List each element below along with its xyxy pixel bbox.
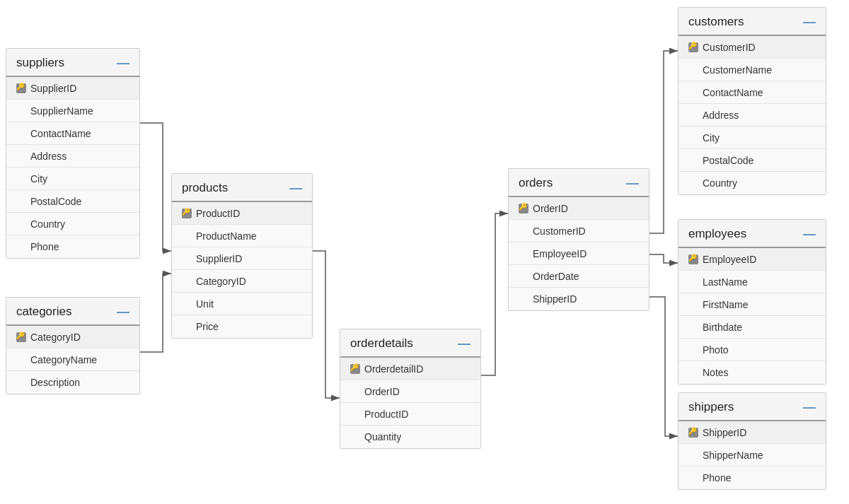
field-name-shippers-shippername: ShipperName (703, 450, 763, 461)
field-customers-customerid: CustomerID (678, 36, 826, 59)
field-employees-firstname: FirstName (678, 293, 826, 316)
field-shippers-shipperid: ShipperID (678, 421, 826, 444)
field-name-employees-birthdate: Birthdate (703, 322, 742, 333)
field-employees-birthdate: Birthdate (678, 316, 826, 339)
table-products: products—ProductIDProductNameSupplierIDC… (171, 173, 313, 339)
field-name-employees-notes: Notes (703, 367, 729, 378)
pk-icon (519, 204, 529, 213)
table-collapse-customers[interactable]: — (803, 16, 816, 28)
field-employees-lastname: LastName (678, 271, 826, 293)
field-orders-shipperid: ShipperID (509, 288, 649, 310)
field-products-supplierid: SupplierID (172, 247, 312, 270)
field-suppliers-address: Address (6, 145, 139, 168)
conn-orders-customers (649, 51, 678, 233)
table-collapse-products[interactable]: — (289, 182, 302, 194)
field-orders-customerid: CustomerID (509, 220, 649, 242)
table-collapse-suppliers[interactable]: — (117, 57, 129, 69)
field-employees-notes: Notes (678, 361, 826, 384)
field-name-categories-description: Description (30, 377, 80, 388)
conn-orders-shippers (649, 297, 678, 436)
field-name-employees-firstname: FirstName (703, 299, 749, 310)
table-collapse-orderdetails[interactable]: — (458, 337, 470, 350)
table-title-orderdetails: orderdetails (350, 336, 413, 351)
field-name-suppliers-phone: Phone (30, 241, 59, 252)
table-collapse-categories[interactable]: — (117, 305, 129, 318)
table-header-suppliers: suppliers— (6, 49, 139, 77)
field-name-employees-photo: Photo (703, 344, 729, 356)
field-customers-contactname: ContactName (678, 81, 826, 104)
field-products-unit: Unit (172, 293, 312, 315)
field-products-productname: ProductName (172, 225, 312, 247)
table-title-suppliers: suppliers (16, 56, 64, 70)
field-name-orders-orderid: OrderID (533, 203, 568, 214)
field-name-orders-orderdate: OrderDate (533, 271, 579, 282)
table-header-orders: orders— (509, 169, 649, 197)
table-header-customers: customers— (678, 8, 826, 36)
field-orderdetails-orderdetailid: OrderdetailID (340, 358, 480, 380)
field-customers-postalcode: PostalCode (678, 149, 826, 172)
field-name-products-productid: ProductID (196, 208, 240, 219)
pk-icon (688, 428, 698, 438)
field-name-categories-categoryname: CategoryName (30, 354, 97, 365)
field-orders-orderid: OrderID (509, 197, 649, 220)
field-shippers-shippername: ShipperName (678, 444, 826, 467)
table-collapse-orders[interactable]: — (626, 177, 639, 189)
field-name-products-price: Price (196, 321, 219, 332)
field-name-products-productname: ProductName (196, 230, 257, 242)
field-name-suppliers-supplierid: SupplierID (30, 83, 76, 94)
field-products-categoryid: CategoryID (172, 270, 312, 293)
field-employees-employeeid: EmployeeID (678, 248, 826, 271)
field-name-suppliers-address: Address (30, 151, 67, 162)
pk-icon (688, 42, 698, 52)
field-name-customers-contactname: ContactName (703, 87, 763, 98)
field-suppliers-supplierid: SupplierID (6, 77, 139, 100)
field-name-customers-postalcode: PostalCode (703, 155, 753, 166)
table-categories: categories—CategoryIDCategoryNameDescrip… (6, 297, 140, 394)
conn-suppliers-products (140, 123, 171, 251)
field-name-customers-customerid: CustomerID (703, 42, 756, 53)
table-header-products: products— (172, 174, 312, 202)
field-name-suppliers-postalcode: PostalCode (30, 196, 81, 207)
table-customers: customers—CustomerIDCustomerNameContactN… (678, 7, 826, 195)
pk-icon (688, 254, 698, 264)
field-orders-employeeid: EmployeeID (509, 242, 649, 265)
table-header-employees: employees— (678, 220, 826, 248)
field-customers-country: Country (678, 172, 826, 194)
table-employees: employees—EmployeeIDLastNameFirstNameBir… (678, 219, 826, 385)
pk-icon (16, 83, 26, 93)
table-header-shippers: shippers— (678, 393, 826, 421)
field-categories-description: Description (6, 371, 139, 394)
field-name-customers-country: Country (703, 177, 737, 189)
field-name-orders-employeeid: EmployeeID (533, 248, 587, 259)
field-customers-address: Address (678, 104, 826, 127)
field-name-shippers-shipperid: ShipperID (703, 427, 746, 438)
table-title-products: products (182, 181, 228, 195)
field-name-employees-lastname: LastName (703, 276, 748, 288)
table-title-employees: employees (688, 227, 746, 241)
field-name-orders-customerid: CustomerID (533, 225, 586, 237)
table-title-shippers: shippers (688, 400, 734, 414)
field-name-suppliers-contactname: ContactName (30, 128, 91, 139)
table-collapse-shippers[interactable]: — (803, 401, 816, 414)
pk-icon (350, 364, 360, 374)
field-name-suppliers-country: Country (30, 218, 65, 230)
field-suppliers-contactname: ContactName (6, 122, 139, 145)
field-orderdetails-productid: ProductID (340, 403, 480, 426)
table-title-categories: categories (16, 305, 71, 319)
table-suppliers: suppliers—SupplierIDSupplierNameContactN… (6, 48, 140, 259)
field-name-products-categoryid: CategoryID (196, 276, 246, 287)
field-name-products-unit: Unit (196, 298, 214, 310)
field-name-orderdetails-productid: ProductID (364, 409, 408, 420)
table-collapse-employees[interactable]: — (803, 228, 816, 240)
field-suppliers-suppliername: SupplierName (6, 100, 139, 122)
field-suppliers-phone: Phone (6, 235, 139, 258)
table-header-categories: categories— (6, 298, 139, 326)
field-name-customers-customername: CustomerName (703, 64, 772, 76)
field-name-suppliers-suppliername: SupplierName (30, 105, 93, 117)
conn-orderdetails-orders (481, 213, 508, 375)
field-categories-categoryname: CategoryName (6, 348, 139, 371)
field-shippers-phone: Phone (678, 467, 826, 489)
field-name-shippers-phone: Phone (703, 472, 731, 484)
field-name-customers-address: Address (703, 110, 739, 121)
field-name-customers-city: City (703, 132, 720, 143)
